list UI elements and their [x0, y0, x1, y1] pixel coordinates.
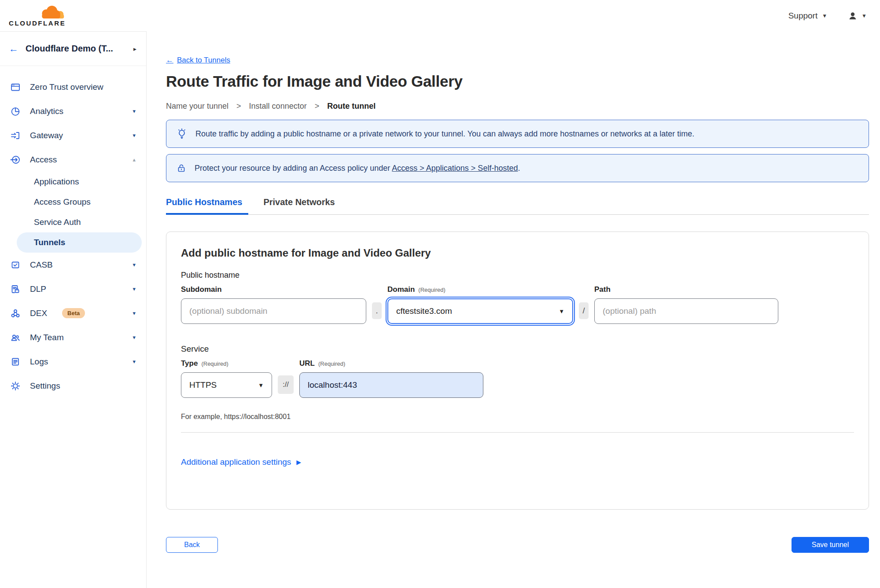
back-link-label: Back to Tunnels	[177, 56, 230, 65]
sidebar-item-dex[interactable]: DEX Beta ▾	[0, 301, 146, 325]
sidebar-item-dlp[interactable]: DLP ▾	[0, 277, 146, 301]
save-tunnel-button[interactable]: Save tunnel	[792, 537, 869, 553]
sidebar-item-my-team[interactable]: My Team ▾	[0, 325, 146, 349]
back-arrow-icon[interactable]: ←	[9, 44, 18, 54]
beta-badge: Beta	[62, 308, 85, 318]
tab-private-networks[interactable]: Private Networks	[263, 197, 337, 214]
chevron-right-icon: ▶	[296, 459, 301, 466]
caret-down-icon[interactable]: ▾	[133, 108, 136, 114]
back-arrow-icon: ←	[166, 56, 173, 65]
cloudflare-logo-text: CLOUDFLARE	[9, 19, 70, 27]
cloudflare-cloud-icon	[36, 5, 67, 19]
url-label: URL(Required)	[299, 359, 483, 368]
type-label: Type(Required)	[181, 359, 272, 368]
casb-icon	[10, 259, 21, 271]
support-menu[interactable]: Support ▼	[788, 11, 827, 21]
additional-settings-toggle[interactable]: Additional application settings ▶	[181, 457, 301, 467]
step-separator: >	[236, 102, 241, 111]
dex-icon	[10, 308, 21, 319]
sidebar-item-label: DLP	[30, 284, 46, 294]
domain-select-value: cftestsite3.com	[396, 306, 452, 316]
service-type-select[interactable]: HTTPS ▼	[181, 372, 272, 398]
public-hostname-label: Public hostname	[181, 271, 854, 280]
back-to-tunnels-link[interactable]: ← Back to Tunnels	[166, 56, 230, 65]
protect-banner: Protect your resource by adding an Acces…	[166, 154, 869, 182]
slash-separator: /	[579, 302, 589, 319]
footer-actions: Back Save tunnel	[166, 537, 869, 553]
service-label: Service	[181, 344, 854, 354]
step-name-your-tunnel: Name your tunnel	[166, 102, 228, 111]
sidebar-item-analytics[interactable]: Analytics ▾	[0, 99, 146, 123]
type-label-text: Type	[181, 359, 198, 368]
url-required-hint: (Required)	[318, 360, 345, 367]
caret-down-icon[interactable]: ▾	[133, 310, 136, 316]
access-applications-self-hosted-link[interactable]: Access > Applications > Self-hosted	[392, 164, 518, 173]
sidebar-item-applications[interactable]: Applications	[0, 172, 146, 192]
breadcrumb: Name your tunnel > Install connector > R…	[166, 102, 869, 111]
sidebar-nav: Zero Trust overview Analytics ▾ Gateway …	[0, 66, 146, 398]
analytics-icon	[10, 106, 21, 117]
tip-banner-text: Route traffic by adding a public hostnam…	[195, 129, 694, 139]
sidebar-item-label: Logs	[30, 357, 48, 367]
sidebar-item-access[interactable]: Access ▴	[0, 147, 146, 172]
sidebar-item-label: DEX	[30, 309, 47, 318]
path-input[interactable]	[594, 298, 778, 324]
tab-public-hostnames[interactable]: Public Hostnames	[166, 197, 248, 215]
overview-icon	[10, 81, 21, 93]
sidebar-item-casb[interactable]: CASB ▾	[0, 253, 146, 277]
card-divider	[181, 432, 854, 433]
user-menu[interactable]: ▼	[847, 11, 867, 21]
sidebar-item-label: Analytics	[30, 107, 63, 116]
lock-icon	[176, 163, 187, 173]
sidebar-item-zero-trust-overview[interactable]: Zero Trust overview	[0, 75, 146, 99]
url-example-hint: For example, https://localhost:8001	[181, 413, 854, 421]
caret-down-icon: ▼	[862, 13, 867, 19]
top-bar: CLOUDFLARE Support ▼ ▼	[0, 0, 880, 31]
caret-up-icon[interactable]: ▴	[133, 156, 136, 163]
caret-down-icon[interactable]: ▾	[133, 132, 136, 139]
page-title: Route Traffic for Image and Video Galler…	[166, 73, 869, 90]
sidebar-item-logs[interactable]: Logs ▾	[0, 349, 146, 374]
sidebar-item-access-groups[interactable]: Access Groups	[0, 192, 146, 212]
logs-icon	[10, 356, 21, 368]
access-submenu: Applications Access Groups Service Auth …	[0, 172, 146, 253]
subdomain-label: Subdomain	[181, 285, 366, 294]
domain-required-hint: (Required)	[418, 287, 445, 293]
service-type-value: HTTPS	[189, 380, 217, 390]
sidebar-item-tunnels[interactable]: Tunnels	[17, 232, 142, 253]
caret-down-icon[interactable]: ▾	[133, 334, 136, 341]
domain-select[interactable]: cftestsite3.com ▼	[387, 298, 573, 324]
type-required-hint: (Required)	[201, 360, 228, 367]
sidebar-item-label: Access	[30, 155, 57, 165]
lightbulb-icon	[176, 128, 188, 140]
url-label-text: URL	[299, 359, 315, 368]
domain-label-text: Domain	[387, 285, 415, 294]
sidebar-item-label: Zero Trust overview	[30, 82, 103, 92]
caret-down-icon: ▼	[822, 13, 827, 19]
main-content: ← Back to Tunnels Route Traffic for Imag…	[147, 31, 880, 588]
additional-settings-label: Additional application settings	[181, 457, 291, 467]
sidebar-item-gateway[interactable]: Gateway ▾	[0, 123, 146, 147]
chevron-right-icon[interactable]: ▸	[133, 45, 136, 52]
protocol-separator: ://	[278, 375, 294, 394]
tab-bar: Public Hostnames Private Networks	[166, 197, 869, 215]
sidebar-item-label: Gateway	[30, 131, 63, 140]
sidebar-item-label: CASB	[30, 260, 53, 270]
cloudflare-logo: CLOUDFLARE	[9, 5, 70, 27]
sidebar-item-settings[interactable]: Settings	[0, 374, 146, 398]
caret-down-icon[interactable]: ▾	[133, 358, 136, 365]
add-hostname-card: Add public hostname for Image and Video …	[166, 232, 869, 510]
caret-down-icon[interactable]: ▾	[133, 286, 136, 292]
step-install-connector: Install connector	[249, 102, 307, 111]
caret-down-icon[interactable]: ▾	[133, 261, 136, 268]
access-icon	[10, 154, 21, 165]
step-separator: >	[315, 102, 320, 111]
service-field-row: Type(Required) HTTPS ▼ :// URL(Required)	[181, 359, 854, 398]
dlp-icon	[10, 283, 21, 295]
subdomain-input[interactable]	[181, 298, 366, 324]
gateway-icon	[10, 130, 21, 141]
back-button[interactable]: Back	[166, 537, 218, 553]
sidebar-item-service-auth[interactable]: Service Auth	[0, 212, 146, 232]
sidebar-item-label: My Team	[30, 333, 64, 342]
service-url-input[interactable]	[299, 372, 483, 398]
